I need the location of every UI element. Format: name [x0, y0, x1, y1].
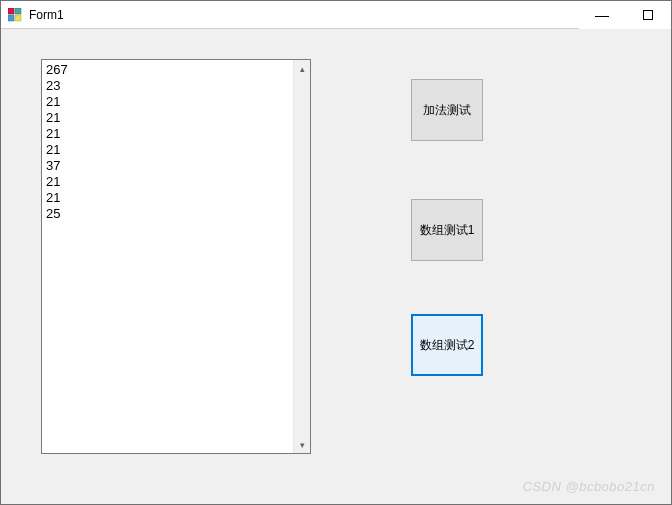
maximize-button[interactable] — [625, 1, 671, 29]
scroll-track[interactable] — [294, 77, 310, 436]
output-content[interactable]: 267 23 21 21 21 21 37 21 21 25 — [42, 60, 293, 453]
button-label: 数组测试1 — [420, 222, 475, 239]
button-label: 加法测试 — [423, 102, 471, 119]
array-test-1-button[interactable]: 数组测试1 — [411, 199, 483, 261]
window-title: Form1 — [29, 8, 64, 22]
client-area: 267 23 21 21 21 21 37 21 21 25 ▴ ▾ 加法测试 … — [1, 29, 671, 504]
vertical-scrollbar[interactable]: ▴ ▾ — [293, 60, 310, 453]
svg-rect-2 — [8, 15, 14, 21]
titlebar[interactable]: Form1 — — [1, 1, 671, 29]
svg-rect-1 — [15, 8, 21, 14]
minimize-button[interactable]: — — [579, 1, 625, 29]
addition-test-button[interactable]: 加法测试 — [411, 79, 483, 141]
button-label: 数组测试2 — [420, 337, 475, 354]
main-window: Form1 — 267 23 21 21 21 21 37 21 21 25 ▴… — [0, 0, 672, 505]
output-textbox[interactable]: 267 23 21 21 21 21 37 21 21 25 ▴ ▾ — [41, 59, 311, 454]
svg-rect-4 — [644, 11, 653, 20]
array-test-2-button[interactable]: 数组测试2 — [411, 314, 483, 376]
svg-rect-3 — [15, 15, 21, 21]
scroll-up-arrow[interactable]: ▴ — [294, 60, 310, 77]
maximize-icon — [643, 10, 653, 20]
minimize-icon: — — [595, 7, 609, 23]
scroll-down-arrow[interactable]: ▾ — [294, 436, 310, 453]
svg-rect-0 — [8, 8, 14, 14]
app-icon — [7, 7, 23, 23]
titlebar-controls: — — [579, 1, 671, 29]
watermark-text: CSDN @bcbobo21cn — [523, 479, 655, 494]
